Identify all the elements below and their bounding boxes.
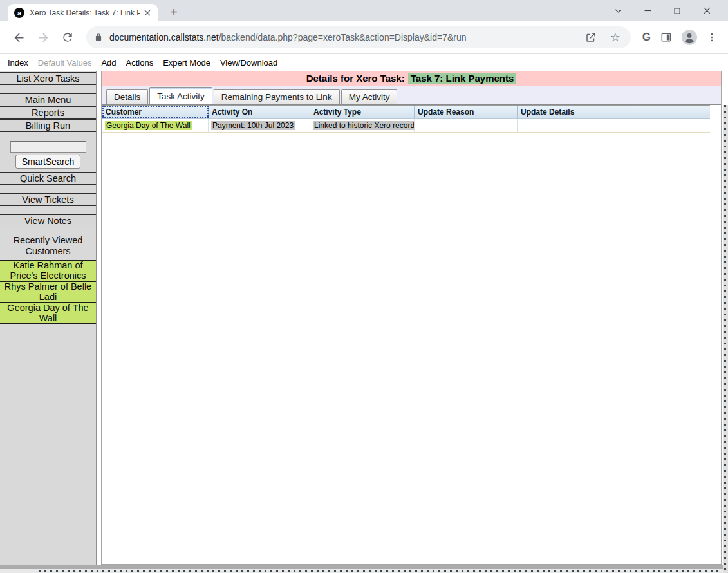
- tab-close-icon[interactable]: [142, 8, 153, 18]
- smartsearch-input[interactable]: [10, 141, 86, 153]
- side-panel-icon[interactable]: [660, 31, 673, 44]
- column-header-update-reason[interactable]: Update Reason: [415, 106, 518, 118]
- address-bar[interactable]: documentation.callstats.net/backend/data…: [86, 26, 631, 48]
- menu-item-index[interactable]: Index: [8, 58, 28, 68]
- browser-window: a Xero Task Details: Task 7: Link Pay +: [0, 0, 728, 573]
- task-name-highlight: Task 7: Link Payments: [408, 73, 517, 84]
- url-text: documentation.callstats.net/backend/data…: [109, 32, 574, 42]
- tab-task-activity[interactable]: Task Activity: [149, 87, 212, 104]
- sidebar-item-view-tickets[interactable]: View Tickets: [0, 193, 96, 206]
- menu-item-expert-mode[interactable]: Expert Mode: [163, 58, 210, 68]
- browser-toolbar: documentation.callstats.net/backend/data…: [0, 21, 728, 54]
- forward-icon[interactable]: [35, 29, 51, 46]
- page-content: Details for Xero Task:Task 7: Link Payme…: [101, 71, 722, 565]
- table-row[interactable]: Georgia Day of The Wall Payment: 10th Ju…: [102, 119, 710, 133]
- app-menu-bar: Index Default Values Add Actions Expert …: [0, 54, 728, 71]
- back-icon[interactable]: [10, 29, 27, 46]
- browser-tab-title: Xero Task Details: Task 7: Link Pay: [30, 8, 140, 17]
- site-favicon-icon: a: [14, 8, 24, 18]
- window-minimize-button[interactable]: [633, 1, 662, 21]
- tab-my-activity[interactable]: My Activity: [341, 89, 398, 104]
- activity-on-value: Payment: 10th Jul 2023: [211, 121, 295, 130]
- share-icon[interactable]: [583, 30, 599, 45]
- customer-link[interactable]: Georgia Day of The Wall: [105, 121, 192, 130]
- sidebar-item-view-notes[interactable]: View Notes: [0, 214, 96, 227]
- tab-remaining-payments[interactable]: Remaining Payments to Link: [214, 89, 340, 104]
- recent-customer-link[interactable]: Rhys Palmer of Belle Ladi: [0, 281, 96, 303]
- recently-viewed-customers-label: Recently Viewed Customers: [0, 235, 96, 257]
- column-header-customer[interactable]: Customer: [102, 106, 209, 118]
- bottom-dotted-strip: [0, 569, 728, 573]
- recent-customer-link[interactable]: Georgia Day of The Wall: [0, 303, 96, 324]
- right-dotted-strip: [723, 105, 728, 573]
- tab-details[interactable]: Details: [106, 89, 148, 104]
- update-details-cell: [518, 119, 710, 132]
- detail-tabstrip: Details Task Activity Remaining Payments…: [102, 86, 721, 105]
- sidebar-item-billing-run[interactable]: Billing Run: [0, 119, 96, 132]
- browser-tab[interactable]: a Xero Task Details: Task 7: Link Pay: [8, 4, 158, 21]
- column-header-update-details[interactable]: Update Details: [518, 106, 710, 118]
- update-reason-cell: [415, 119, 518, 132]
- google-g-icon[interactable]: G: [642, 31, 651, 44]
- sidebar: List Xero Tasks Main Menu Reports Billin…: [0, 71, 97, 565]
- activity-type-value: Linked to historic Xero record: [313, 121, 415, 130]
- sidebar-item-quick-search[interactable]: Quick Search: [0, 172, 96, 185]
- lock-icon: [94, 33, 103, 42]
- menu-item-add[interactable]: Add: [101, 58, 116, 68]
- sidebar-item-main-menu[interactable]: Main Menu: [0, 93, 96, 106]
- column-header-activity-on[interactable]: Activity On: [209, 106, 310, 118]
- new-tab-button[interactable]: +: [166, 5, 182, 21]
- window-titlebar: a Xero Task Details: Task 7: Link Pay +: [0, 0, 728, 21]
- window-chevron-down-icon[interactable]: [603, 1, 633, 21]
- smartsearch-button[interactable]: SmartSearch: [15, 155, 81, 169]
- window-close-button[interactable]: [692, 1, 722, 21]
- menu-item-default-values: Default Values: [38, 58, 92, 68]
- reload-icon[interactable]: [59, 29, 76, 46]
- recent-customer-link[interactable]: Katie Rahman of Price's Electronics: [0, 260, 96, 281]
- window-maximize-button[interactable]: [662, 1, 692, 21]
- window-bottom-band: [0, 565, 728, 569]
- sidebar-item-reports[interactable]: Reports: [0, 106, 96, 119]
- profile-avatar[interactable]: [682, 30, 697, 45]
- browser-menu-dots-icon[interactable]: [706, 32, 718, 43]
- menu-item-actions[interactable]: Actions: [126, 58, 154, 68]
- column-header-activity-type[interactable]: Activity Type: [310, 106, 415, 118]
- table-header-row: Customer Activity On Activity Type Updat…: [102, 105, 710, 119]
- page-title: Details for Xero Task:Task 7: Link Payme…: [102, 71, 721, 86]
- activity-table: Customer Activity On Activity Type Updat…: [102, 105, 710, 133]
- bookmark-star-icon[interactable]: ☆: [608, 30, 623, 45]
- sidebar-item-list-xero-tasks[interactable]: List Xero Tasks: [0, 72, 96, 85]
- menu-item-view-download[interactable]: View/Download: [220, 58, 277, 68]
